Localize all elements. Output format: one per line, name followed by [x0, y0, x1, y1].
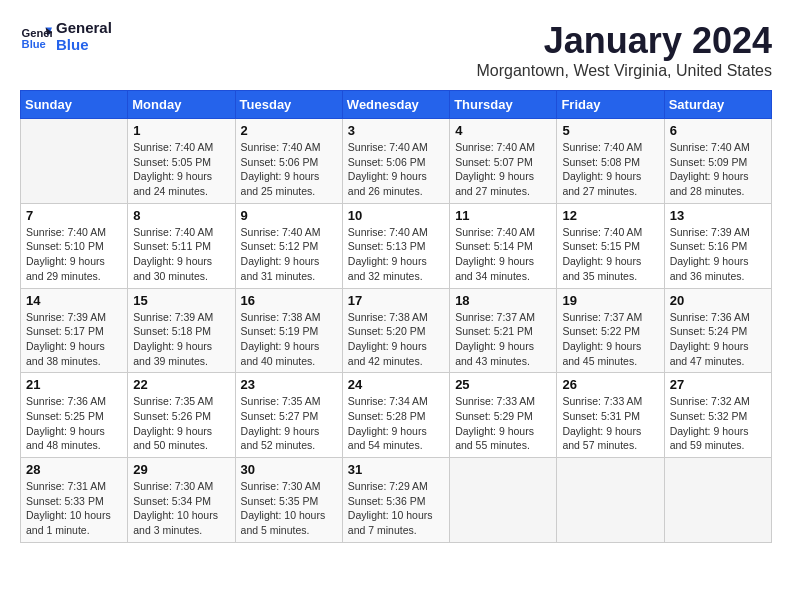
day-number: 9 — [241, 208, 337, 223]
day-detail: Sunrise: 7:40 AMSunset: 5:10 PMDaylight:… — [26, 225, 122, 284]
day-number: 7 — [26, 208, 122, 223]
calendar-week-2: 7Sunrise: 7:40 AMSunset: 5:10 PMDaylight… — [21, 203, 772, 288]
day-detail: Sunrise: 7:40 AMSunset: 5:14 PMDaylight:… — [455, 225, 551, 284]
day-detail: Sunrise: 7:40 AMSunset: 5:06 PMDaylight:… — [241, 140, 337, 199]
calendar-cell: 5Sunrise: 7:40 AMSunset: 5:08 PMDaylight… — [557, 119, 664, 204]
day-detail: Sunrise: 7:32 AMSunset: 5:32 PMDaylight:… — [670, 394, 766, 453]
calendar-cell — [664, 458, 771, 543]
day-detail: Sunrise: 7:30 AMSunset: 5:34 PMDaylight:… — [133, 479, 229, 538]
calendar-cell: 20Sunrise: 7:36 AMSunset: 5:24 PMDayligh… — [664, 288, 771, 373]
day-detail: Sunrise: 7:40 AMSunset: 5:08 PMDaylight:… — [562, 140, 658, 199]
day-detail: Sunrise: 7:34 AMSunset: 5:28 PMDaylight:… — [348, 394, 444, 453]
day-detail: Sunrise: 7:30 AMSunset: 5:35 PMDaylight:… — [241, 479, 337, 538]
column-header-thursday: Thursday — [450, 91, 557, 119]
day-number: 12 — [562, 208, 658, 223]
column-header-wednesday: Wednesday — [342, 91, 449, 119]
day-detail: Sunrise: 7:39 AMSunset: 5:16 PMDaylight:… — [670, 225, 766, 284]
day-number: 27 — [670, 377, 766, 392]
calendar-cell: 2Sunrise: 7:40 AMSunset: 5:06 PMDaylight… — [235, 119, 342, 204]
calendar-cell: 23Sunrise: 7:35 AMSunset: 5:27 PMDayligh… — [235, 373, 342, 458]
day-detail: Sunrise: 7:40 AMSunset: 5:07 PMDaylight:… — [455, 140, 551, 199]
calendar-cell: 7Sunrise: 7:40 AMSunset: 5:10 PMDaylight… — [21, 203, 128, 288]
calendar-cell: 3Sunrise: 7:40 AMSunset: 5:06 PMDaylight… — [342, 119, 449, 204]
calendar-cell — [21, 119, 128, 204]
day-number: 30 — [241, 462, 337, 477]
day-number: 5 — [562, 123, 658, 138]
calendar-cell: 8Sunrise: 7:40 AMSunset: 5:11 PMDaylight… — [128, 203, 235, 288]
day-number: 11 — [455, 208, 551, 223]
calendar-table: SundayMondayTuesdayWednesdayThursdayFrid… — [20, 90, 772, 543]
calendar-cell: 30Sunrise: 7:30 AMSunset: 5:35 PMDayligh… — [235, 458, 342, 543]
calendar-cell: 1Sunrise: 7:40 AMSunset: 5:05 PMDaylight… — [128, 119, 235, 204]
calendar-week-3: 14Sunrise: 7:39 AMSunset: 5:17 PMDayligh… — [21, 288, 772, 373]
logo: General Blue General Blue — [20, 20, 112, 53]
column-header-tuesday: Tuesday — [235, 91, 342, 119]
day-detail: Sunrise: 7:35 AMSunset: 5:27 PMDaylight:… — [241, 394, 337, 453]
calendar-week-5: 28Sunrise: 7:31 AMSunset: 5:33 PMDayligh… — [21, 458, 772, 543]
day-detail: Sunrise: 7:40 AMSunset: 5:05 PMDaylight:… — [133, 140, 229, 199]
calendar-cell: 27Sunrise: 7:32 AMSunset: 5:32 PMDayligh… — [664, 373, 771, 458]
day-detail: Sunrise: 7:40 AMSunset: 5:12 PMDaylight:… — [241, 225, 337, 284]
day-detail: Sunrise: 7:39 AMSunset: 5:18 PMDaylight:… — [133, 310, 229, 369]
day-number: 13 — [670, 208, 766, 223]
logo-text-line1: General — [56, 20, 112, 37]
day-detail: Sunrise: 7:40 AMSunset: 5:09 PMDaylight:… — [670, 140, 766, 199]
day-number: 16 — [241, 293, 337, 308]
calendar-cell: 28Sunrise: 7:31 AMSunset: 5:33 PMDayligh… — [21, 458, 128, 543]
day-number: 29 — [133, 462, 229, 477]
calendar-cell: 11Sunrise: 7:40 AMSunset: 5:14 PMDayligh… — [450, 203, 557, 288]
day-detail: Sunrise: 7:36 AMSunset: 5:25 PMDaylight:… — [26, 394, 122, 453]
day-number: 25 — [455, 377, 551, 392]
calendar-cell: 26Sunrise: 7:33 AMSunset: 5:31 PMDayligh… — [557, 373, 664, 458]
day-detail: Sunrise: 7:38 AMSunset: 5:19 PMDaylight:… — [241, 310, 337, 369]
day-detail: Sunrise: 7:40 AMSunset: 5:13 PMDaylight:… — [348, 225, 444, 284]
day-number: 20 — [670, 293, 766, 308]
calendar-subtitle: Morgantown, West Virginia, United States — [476, 62, 772, 80]
calendar-cell: 9Sunrise: 7:40 AMSunset: 5:12 PMDaylight… — [235, 203, 342, 288]
day-detail: Sunrise: 7:29 AMSunset: 5:36 PMDaylight:… — [348, 479, 444, 538]
calendar-cell: 24Sunrise: 7:34 AMSunset: 5:28 PMDayligh… — [342, 373, 449, 458]
day-detail: Sunrise: 7:31 AMSunset: 5:33 PMDaylight:… — [26, 479, 122, 538]
day-number: 17 — [348, 293, 444, 308]
calendar-cell: 4Sunrise: 7:40 AMSunset: 5:07 PMDaylight… — [450, 119, 557, 204]
column-header-friday: Friday — [557, 91, 664, 119]
day-number: 8 — [133, 208, 229, 223]
day-number: 3 — [348, 123, 444, 138]
calendar-cell: 12Sunrise: 7:40 AMSunset: 5:15 PMDayligh… — [557, 203, 664, 288]
calendar-cell: 16Sunrise: 7:38 AMSunset: 5:19 PMDayligh… — [235, 288, 342, 373]
column-header-saturday: Saturday — [664, 91, 771, 119]
day-number: 28 — [26, 462, 122, 477]
day-detail: Sunrise: 7:40 AMSunset: 5:11 PMDaylight:… — [133, 225, 229, 284]
calendar-cell — [557, 458, 664, 543]
logo-icon: General Blue — [20, 21, 52, 53]
calendar-cell: 15Sunrise: 7:39 AMSunset: 5:18 PMDayligh… — [128, 288, 235, 373]
calendar-cell: 29Sunrise: 7:30 AMSunset: 5:34 PMDayligh… — [128, 458, 235, 543]
day-detail: Sunrise: 7:33 AMSunset: 5:31 PMDaylight:… — [562, 394, 658, 453]
column-header-monday: Monday — [128, 91, 235, 119]
logo-text-line2: Blue — [56, 37, 112, 54]
calendar-cell: 19Sunrise: 7:37 AMSunset: 5:22 PMDayligh… — [557, 288, 664, 373]
calendar-cell: 18Sunrise: 7:37 AMSunset: 5:21 PMDayligh… — [450, 288, 557, 373]
page-header: General Blue General Blue January 2024 M… — [20, 20, 772, 80]
calendar-cell: 17Sunrise: 7:38 AMSunset: 5:20 PMDayligh… — [342, 288, 449, 373]
calendar-cell: 13Sunrise: 7:39 AMSunset: 5:16 PMDayligh… — [664, 203, 771, 288]
day-number: 26 — [562, 377, 658, 392]
day-number: 23 — [241, 377, 337, 392]
calendar-cell: 31Sunrise: 7:29 AMSunset: 5:36 PMDayligh… — [342, 458, 449, 543]
calendar-cell: 14Sunrise: 7:39 AMSunset: 5:17 PMDayligh… — [21, 288, 128, 373]
day-number: 15 — [133, 293, 229, 308]
day-number: 19 — [562, 293, 658, 308]
column-header-sunday: Sunday — [21, 91, 128, 119]
day-number: 22 — [133, 377, 229, 392]
day-number: 31 — [348, 462, 444, 477]
day-detail: Sunrise: 7:35 AMSunset: 5:26 PMDaylight:… — [133, 394, 229, 453]
calendar-title: January 2024 — [476, 20, 772, 62]
calendar-week-1: 1Sunrise: 7:40 AMSunset: 5:05 PMDaylight… — [21, 119, 772, 204]
day-number: 10 — [348, 208, 444, 223]
day-number: 18 — [455, 293, 551, 308]
day-detail: Sunrise: 7:37 AMSunset: 5:21 PMDaylight:… — [455, 310, 551, 369]
calendar-cell: 6Sunrise: 7:40 AMSunset: 5:09 PMDaylight… — [664, 119, 771, 204]
day-detail: Sunrise: 7:33 AMSunset: 5:29 PMDaylight:… — [455, 394, 551, 453]
day-number: 1 — [133, 123, 229, 138]
day-detail: Sunrise: 7:39 AMSunset: 5:17 PMDaylight:… — [26, 310, 122, 369]
